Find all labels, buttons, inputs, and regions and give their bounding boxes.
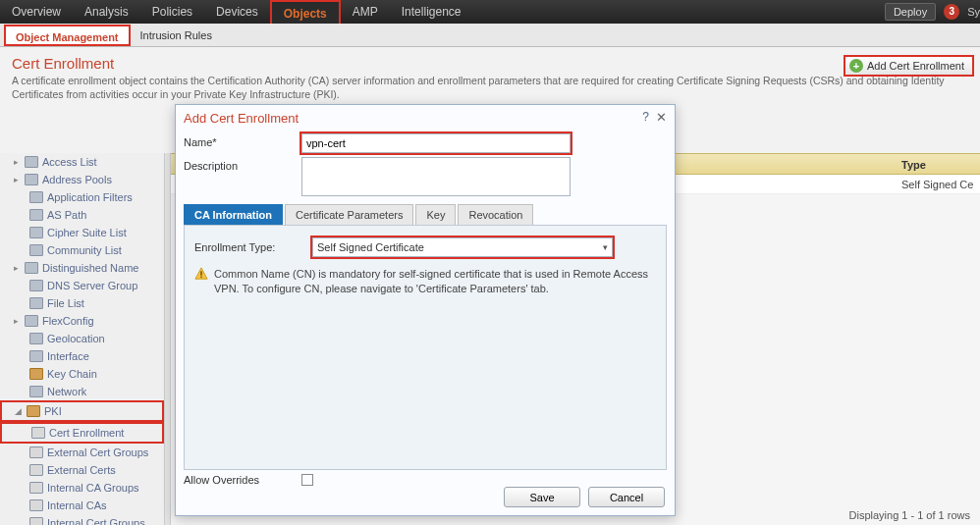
col-type[interactable]: Type — [901, 154, 980, 174]
tree-label: Community List — [47, 243, 122, 257]
plus-icon: + — [849, 59, 863, 73]
tree-item-interface[interactable]: Interface — [0, 347, 164, 365]
expand-icon[interactable]: ◢ — [14, 404, 23, 418]
expand-icon[interactable]: ▸ — [12, 261, 21, 275]
name-input[interactable] — [301, 133, 571, 153]
tree-icon — [29, 446, 43, 458]
tree-icon — [27, 405, 40, 417]
tree-icon — [29, 297, 43, 309]
allow-overrides-checkbox[interactable] — [301, 474, 313, 486]
tree-icon — [29, 227, 43, 238]
chevron-down-icon: ▾ — [603, 242, 608, 252]
tree-label: Application Filters — [47, 190, 133, 204]
tree-item-dns-server-group[interactable]: DNS Server Group — [0, 277, 164, 294]
tree-item-pki[interactable]: ◢PKI — [0, 400, 164, 422]
save-button[interactable]: Save — [504, 487, 580, 507]
warning-text: Common Name (CN) is mandatory for self-s… — [214, 267, 656, 297]
tree-icon — [25, 156, 38, 168]
tab-revocation[interactable]: Revocation — [458, 204, 533, 225]
tab-amp[interactable]: AMP — [341, 0, 390, 24]
tree-item-file-list[interactable]: File List — [0, 294, 164, 312]
object-tree: ▸Access List▸Address PoolsApplication Fi… — [0, 153, 165, 525]
page-title: Cert Enrollment — [0, 47, 980, 74]
expand-icon[interactable]: ▸ — [12, 314, 21, 328]
tree-label: Internal CAs — [47, 499, 107, 512]
alerts-badge[interactable]: 3 — [944, 4, 959, 20]
tree-item-internal-ca-groups[interactable]: Internal CA Groups — [0, 479, 164, 497]
sub-navbar: Object Management Intrusion Rules — [0, 24, 980, 47]
warning-message: Common Name (CN) is mandatory for self-s… — [194, 267, 656, 297]
subtab-intrusion-rules[interactable]: Intrusion Rules — [131, 25, 222, 46]
tree-label: Address Pools — [42, 173, 112, 186]
tree-label: PKI — [44, 404, 62, 418]
cell-type: Self Signed Ce — [901, 175, 980, 193]
tree-icon — [29, 280, 43, 291]
tree-item-as-path[interactable]: AS Path — [0, 206, 164, 224]
tree-item-network[interactable]: Network — [0, 383, 164, 400]
tree-item-internal-cas[interactable]: Internal CAs — [0, 497, 164, 514]
tree-item-geolocation[interactable]: Geolocation — [0, 330, 164, 347]
name-label: Name* — [184, 133, 301, 148]
tree-icon — [29, 333, 43, 344]
tree-icon — [29, 499, 43, 511]
tab-key[interactable]: Key — [415, 204, 456, 225]
tree-label: Cipher Suite List — [47, 226, 127, 239]
tree-label: Geolocation — [47, 332, 105, 345]
tree-icon — [29, 350, 43, 362]
enrollment-type-select[interactable]: Self Signed Certificate ▾ — [310, 236, 615, 259]
tree-label: DNS Server Group — [47, 279, 137, 292]
subtab-object-management[interactable]: Object Management — [4, 25, 131, 46]
tree-item-flexconfig[interactable]: ▸FlexConfig — [0, 312, 164, 330]
tree-item-community-list[interactable]: Community List — [0, 241, 164, 259]
tree-icon — [31, 427, 45, 439]
expand-icon[interactable]: ▸ — [12, 155, 21, 169]
tab-certificate-parameters[interactable]: Certificate Parameters — [285, 204, 413, 225]
description-label: Description — [184, 157, 301, 172]
tree-label: File List — [47, 296, 84, 310]
tree-item-cert-enrollment[interactable]: Cert Enrollment — [0, 422, 164, 444]
tree-item-internal-cert-groups[interactable]: Internal Cert Groups — [0, 514, 164, 525]
tree-item-address-pools[interactable]: ▸Address Pools — [0, 171, 164, 188]
tree-icon — [29, 209, 43, 221]
tree-item-external-cert-groups[interactable]: External Cert Groups — [0, 444, 164, 461]
add-cert-enrollment-button[interactable]: + Add Cert Enrollment — [844, 55, 974, 77]
system-menu[interactable]: Sy — [967, 0, 980, 24]
dialog-tabs: CA Information Certificate Parameters Ke… — [184, 204, 667, 225]
tree-item-cipher-suite-list[interactable]: Cipher Suite List — [0, 224, 164, 241]
description-input[interactable] — [301, 157, 571, 196]
tab-intelligence[interactable]: Intelligence — [390, 0, 473, 24]
add-cert-enrollment-dialog: Add Cert Enrollment ? ✕ Name* Descriptio… — [175, 104, 676, 516]
tree-item-access-list[interactable]: ▸Access List — [0, 153, 164, 171]
tree-label: Interface — [47, 349, 89, 363]
tree-label: External Cert Groups — [47, 446, 148, 459]
dialog-title: Add Cert Enrollment — [176, 105, 675, 131]
tree-item-key-chain[interactable]: Key Chain — [0, 365, 164, 383]
tree-icon — [29, 244, 43, 256]
tab-devices[interactable]: Devices — [204, 0, 270, 24]
tree-label: Internal CA Groups — [47, 481, 139, 495]
tree-item-external-certs[interactable]: External Certs — [0, 461, 164, 479]
warning-icon — [194, 267, 208, 281]
ca-information-panel: Enrollment Type: Self Signed Certificate… — [184, 225, 667, 470]
tab-policies[interactable]: Policies — [140, 0, 204, 24]
expand-icon[interactable]: ▸ — [12, 173, 21, 186]
tree-label: Cert Enrollment — [49, 426, 124, 440]
tab-analysis[interactable]: Analysis — [73, 0, 140, 24]
tree-label: Network — [47, 385, 86, 398]
help-icon[interactable]: ? — [642, 110, 649, 124]
tree-icon — [25, 174, 38, 185]
tree-item-distinguished-name[interactable]: ▸Distinguished Name — [0, 259, 164, 277]
add-button-label: Add Cert Enrollment — [867, 60, 964, 72]
tab-ca-information[interactable]: CA Information — [184, 204, 283, 225]
cancel-button[interactable]: Cancel — [588, 487, 665, 507]
tree-icon — [29, 464, 43, 476]
tree-label: FlexConfig — [42, 314, 94, 328]
tree-icon — [29, 517, 43, 525]
tab-objects[interactable]: Objects — [270, 0, 341, 24]
tree-item-application-filters[interactable]: Application Filters — [0, 188, 164, 206]
tree-icon — [29, 368, 43, 380]
tree-label: Internal Cert Groups — [47, 516, 145, 525]
deploy-button[interactable]: Deploy — [885, 3, 936, 21]
close-icon[interactable]: ✕ — [656, 110, 667, 125]
tab-overview[interactable]: Overview — [0, 0, 73, 24]
